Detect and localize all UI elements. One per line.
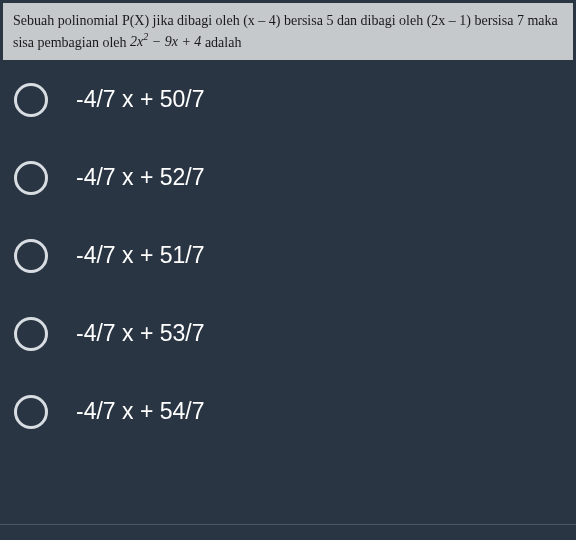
option-3-label: -4/7 x + 51/7 <box>76 242 205 269</box>
divider <box>0 524 576 525</box>
exponent: 2 <box>143 32 148 43</box>
option-2-label: -4/7 x + 52/7 <box>76 164 205 191</box>
question-math: 2x2 − 9x + 4 <box>130 34 201 49</box>
option-2[interactable]: -4/7 x + 52/7 <box>14 161 562 195</box>
radio-icon <box>14 83 48 117</box>
var-x2: x <box>172 34 178 49</box>
option-3[interactable]: -4/7 x + 51/7 <box>14 239 562 273</box>
option-5-label: -4/7 x + 54/7 <box>76 398 205 425</box>
question-box: Sebuah polinomial P(X) jika dibagi oleh … <box>3 3 573 60</box>
option-5[interactable]: -4/7 x + 54/7 <box>14 395 562 429</box>
radio-icon <box>14 395 48 429</box>
option-4[interactable]: -4/7 x + 53/7 <box>14 317 562 351</box>
question-text-2: adalah <box>201 34 241 49</box>
question-text-1: Sebuah polinomial P(X) jika dibagi oleh … <box>13 13 558 49</box>
option-1[interactable]: -4/7 x + 50/7 <box>14 83 562 117</box>
radio-icon <box>14 317 48 351</box>
option-4-label: -4/7 x + 53/7 <box>76 320 205 347</box>
radio-icon <box>14 161 48 195</box>
radio-icon <box>14 239 48 273</box>
options-container: -4/7 x + 50/7 -4/7 x + 52/7 -4/7 x + 51/… <box>0 63 576 429</box>
option-1-label: -4/7 x + 50/7 <box>76 86 205 113</box>
